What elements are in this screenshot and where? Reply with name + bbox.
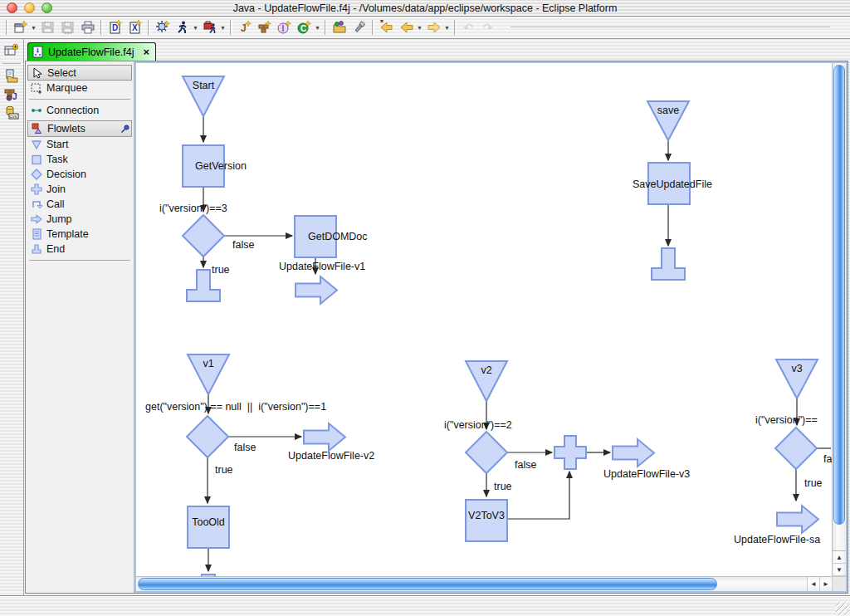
false-label[interactable]: false xyxy=(234,442,256,453)
false-label[interactable]: fa xyxy=(823,453,832,465)
pin-icon[interactable] xyxy=(120,123,131,134)
vertical-scrollbar-thumb[interactable] xyxy=(833,65,845,525)
node-label[interactable]: save xyxy=(647,105,689,116)
condition-label[interactable]: i("version")==3 xyxy=(159,203,227,214)
true-label[interactable]: true xyxy=(215,464,233,476)
jump-label[interactable]: UpdateFlowFile-sa xyxy=(734,534,820,545)
palette-item-call[interactable]: Call xyxy=(27,197,132,212)
palette-tool-select[interactable]: Select xyxy=(27,65,132,81)
new-x-file-button[interactable]: X xyxy=(125,18,145,37)
horizontal-scrollbar-track[interactable] xyxy=(136,577,807,591)
java-j-glyph: J xyxy=(12,92,17,101)
save-as-button[interactable] xyxy=(58,18,78,37)
join-node-v2[interactable] xyxy=(554,436,586,469)
palette-item-end[interactable]: End xyxy=(27,242,132,257)
open-type-button[interactable] xyxy=(330,18,349,37)
jump-label[interactable]: UpdateFlowFile-v1 xyxy=(279,261,365,272)
node-label[interactable]: GetVersion xyxy=(195,160,247,172)
new-class-dropdown-caret[interactable]: ▼ xyxy=(315,18,322,37)
horizontal-scrollbar-thumb[interactable] xyxy=(138,578,717,590)
decision-node-v3[interactable] xyxy=(775,428,817,469)
window-resize-grip[interactable] xyxy=(836,602,849,615)
palette-item-jump[interactable]: Jump xyxy=(27,212,132,227)
end-node-save[interactable] xyxy=(652,248,685,280)
scroll-right-button[interactable]: ► xyxy=(819,577,832,591)
palette-item-start[interactable]: Start xyxy=(27,137,132,152)
resource-perspective-button[interactable] xyxy=(2,67,22,86)
redo-button[interactable]: ↷ xyxy=(479,18,499,37)
flow-canvas[interactable]: Start GetVersion i("version")==3 false t… xyxy=(136,63,832,576)
node-label[interactable]: v3 xyxy=(776,363,818,374)
new-package-button[interactable] xyxy=(255,18,275,37)
condition-label[interactable]: get("version") == null || i("version")==… xyxy=(145,401,326,413)
scroll-left-button[interactable]: ◄ xyxy=(807,577,819,591)
palette-item-join[interactable]: Join xyxy=(27,182,132,197)
zoom-window-button[interactable] xyxy=(42,2,52,13)
true-label[interactable]: true xyxy=(212,264,230,276)
close-window-button[interactable] xyxy=(7,2,17,13)
palette-item-template[interactable]: Template xyxy=(27,227,132,242)
external-tools-dropdown-caret[interactable]: ▼ xyxy=(220,18,227,37)
external-tools-button[interactable] xyxy=(200,18,220,37)
new-wizard-button[interactable] xyxy=(11,18,31,37)
palette-drawer-flowlets[interactable]: Flowlets xyxy=(27,120,132,137)
window-controls xyxy=(7,2,52,13)
horizontal-scrollbar[interactable]: ◄ ► xyxy=(136,576,832,591)
decision-node-v2[interactable] xyxy=(466,432,507,473)
false-label[interactable]: false xyxy=(232,239,254,251)
condition-label[interactable]: i("version")==2 xyxy=(444,419,512,431)
condition-label[interactable]: i("version")== xyxy=(755,414,818,426)
true-label[interactable]: true xyxy=(494,481,512,492)
last-edit-location-button[interactable]: * xyxy=(377,18,397,37)
search-button[interactable] xyxy=(349,18,369,37)
minimize-window-button[interactable] xyxy=(24,2,35,13)
new-java-wizard-button[interactable]: J xyxy=(235,18,255,37)
jump-node-v2[interactable] xyxy=(304,423,345,451)
run-dropdown-caret[interactable]: ▼ xyxy=(193,18,200,37)
node-label[interactable]: Start xyxy=(183,80,224,91)
forward-button[interactable] xyxy=(424,18,444,37)
back-dropdown-caret[interactable]: ▼ xyxy=(417,18,424,37)
debug-button[interactable] xyxy=(153,18,173,37)
decision-node-main[interactable] xyxy=(183,215,224,257)
tab-close-button[interactable]: × xyxy=(139,46,150,58)
tab-updateflowfile[interactable]: UpdateFlowFile.f4j × xyxy=(27,42,156,61)
jump-node-save[interactable] xyxy=(777,506,818,533)
palette-item-task[interactable]: Task xyxy=(27,152,132,167)
node-label[interactable]: v2 xyxy=(466,364,507,376)
new-wizard-dropdown-caret[interactable]: ▼ xyxy=(31,18,38,37)
node-label[interactable]: TooOld xyxy=(188,516,229,528)
node-label[interactable]: SaveUpdatedFile xyxy=(633,178,712,190)
decision-node-v1[interactable] xyxy=(187,416,228,457)
back-button[interactable] xyxy=(397,18,417,37)
cvs-perspective-button[interactable]: cvs xyxy=(2,104,22,122)
java-perspective-button[interactable]: J xyxy=(2,86,22,104)
forward-dropdown-caret[interactable]: ▼ xyxy=(444,18,452,37)
new-interface-button[interactable]: I xyxy=(275,18,295,37)
jump-label[interactable]: UpdateFlowFile-v2 xyxy=(288,450,374,462)
node-label[interactable]: V2ToV3 xyxy=(466,510,507,521)
print-button[interactable] xyxy=(78,18,98,37)
undo-button[interactable]: ↶ xyxy=(459,18,479,37)
run-button[interactable] xyxy=(173,18,193,37)
jump-node-v1[interactable] xyxy=(296,276,337,304)
palette-tool-connection[interactable]: Connection xyxy=(27,103,132,118)
new-class-button[interactable]: C xyxy=(295,18,315,37)
vertical-scrollbar[interactable]: ▲ ▼ xyxy=(832,63,846,576)
toolbar-separator xyxy=(6,20,8,35)
scrollbar-corner xyxy=(832,576,846,591)
true-label[interactable]: true xyxy=(804,477,823,489)
save-button[interactable] xyxy=(38,18,58,37)
scroll-down-button[interactable]: ▼ xyxy=(833,564,846,576)
jump-node-v3[interactable] xyxy=(613,439,654,467)
palette-item-decision[interactable]: Decision xyxy=(27,167,132,182)
new-d-file-button[interactable]: D xyxy=(105,18,125,37)
jump-label[interactable]: UpdateFlowFile-v3 xyxy=(603,468,690,480)
open-perspective-button[interactable] xyxy=(2,42,22,60)
node-label[interactable]: v1 xyxy=(188,358,229,369)
node-label[interactable]: GetDOMDoc xyxy=(308,231,368,242)
palette-tool-marquee[interactable]: Marquee xyxy=(27,81,132,95)
connection[interactable] xyxy=(507,472,569,519)
false-label[interactable]: false xyxy=(515,459,536,471)
scroll-up-button[interactable]: ▲ xyxy=(833,551,846,564)
